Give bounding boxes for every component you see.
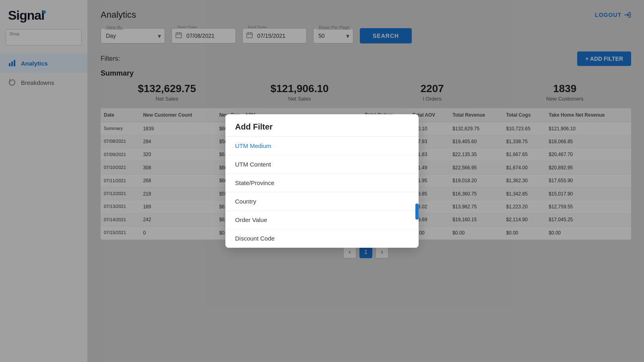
modal-title: Add Filter: [225, 114, 419, 137]
filter-option-discount-code[interactable]: Discount Code: [225, 229, 419, 248]
filter-option-utm-medium[interactable]: UTM Medium: [225, 137, 419, 155]
scrollbar-thumb: [415, 204, 419, 220]
filter-option-country[interactable]: Country: [225, 192, 419, 211]
add-filter-modal: Add Filter UTM Medium UTM Content State/…: [225, 114, 419, 248]
filter-option-utm-content[interactable]: UTM Content: [225, 155, 419, 174]
filter-option-order-value[interactable]: Order Value: [225, 211, 419, 229]
modal-body: UTM Medium UTM Content State/Province Co…: [225, 137, 419, 248]
modal-overlay[interactable]: Add Filter UTM Medium UTM Content State/…: [0, 0, 644, 362]
filter-option-state-province[interactable]: State/Province: [225, 174, 419, 192]
